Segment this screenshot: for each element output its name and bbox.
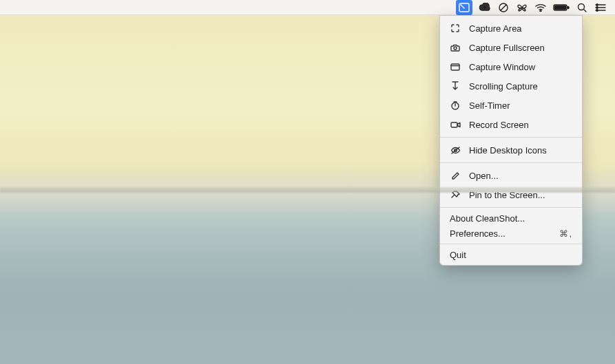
menu-item-label: Hide Desktop Icons [469,145,572,156]
control-center-icon[interactable] [594,0,607,15]
menu-item-label: Quit [450,250,572,260]
butterfly-icon[interactable] [516,0,528,15]
cleanshot-menu: Capture Area Capture Fullscreen Capture … [439,15,583,266]
pin-icon [450,189,461,200]
cleanshot-icon[interactable] [456,0,472,15]
eye-off-icon [450,144,461,156]
timer-icon [450,100,461,111]
svg-point-8 [596,6,598,8]
menu-item-label: Capture Area [469,23,572,34]
menu-item-label: Record Screen [469,120,572,130]
svg-point-7 [596,3,598,5]
spotlight-search-icon[interactable] [576,0,588,15]
menu-separator [440,244,582,244]
svg-point-10 [454,47,457,50]
svg-point-6 [578,3,585,10]
menu-item-preferences[interactable]: Preferences... ⌘, [440,226,582,241]
menu-item-label: Preferences... [450,228,551,239]
svg-rect-5 [567,6,569,8]
svg-rect-11 [451,64,459,70]
menu-item-label: Scrolling Capture [469,81,572,92]
menu-item-label: Self-Timer [469,100,572,111]
video-icon [450,119,461,130]
camera-icon [450,42,461,53]
menu-item-label: Open... [469,171,572,181]
menu-item-capture-area[interactable]: Capture Area [440,19,582,38]
menu-item-open[interactable]: Open... [440,166,582,185]
menu-item-shortcut: ⌘, [559,228,572,239]
arrow-down-icon [450,81,461,92]
wifi-icon[interactable] [534,0,547,15]
svg-point-9 [596,9,598,10]
menu-item-label: About CleanShot... [450,213,572,224]
menu-item-label: Capture Window [469,62,572,72]
menu-item-label: Capture Fullscreen [469,43,572,53]
menu-item-pin-to-screen[interactable]: Pin to the Screen... [440,185,582,204]
menu-item-scrolling-capture[interactable]: Scrolling Capture [440,76,582,96]
do-not-disturb-icon[interactable] [497,0,510,15]
menu-separator [440,207,582,208]
menu-separator [440,137,582,138]
menu-item-about[interactable]: About CleanShot... [440,211,582,226]
battery-icon[interactable] [553,0,570,15]
pencil-icon [450,170,461,181]
menu-item-quit[interactable]: Quit [440,247,582,262]
svg-rect-4 [555,6,566,9]
menu-separator [440,162,582,163]
cloud-upload-icon[interactable] [479,0,491,15]
menu-item-self-timer[interactable]: Self-Timer [440,96,582,115]
menu-item-hide-desktop-icons[interactable]: Hide Desktop Icons [440,140,582,160]
menu-item-capture-window[interactable]: Capture Window [440,57,582,76]
menu-item-capture-fullscreen[interactable]: Capture Fullscreen [440,38,582,57]
capture-area-icon [450,23,461,34]
menu-item-label: Pin to the Screen... [469,190,572,200]
svg-point-2 [540,10,541,12]
window-icon [450,61,461,72]
svg-rect-13 [451,122,457,127]
menu-item-record-screen[interactable]: Record Screen [440,115,582,134]
menubar [0,0,615,15]
